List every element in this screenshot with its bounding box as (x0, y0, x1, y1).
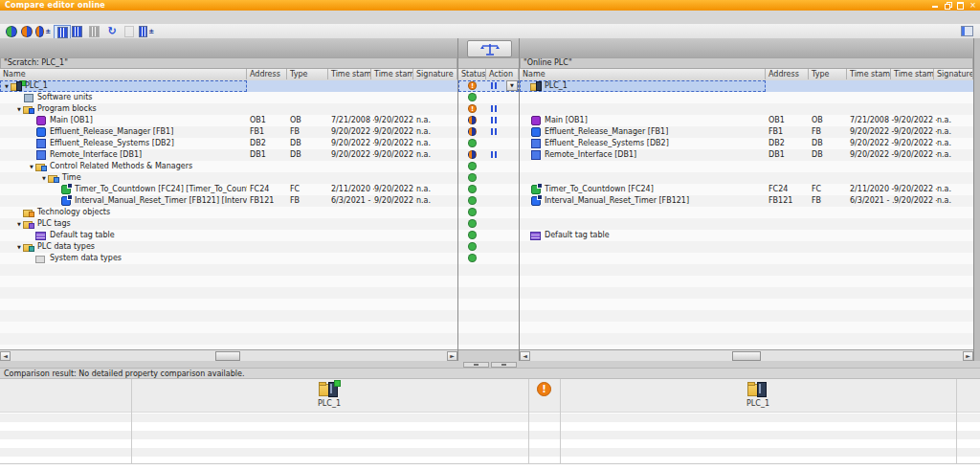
compare-area: "Scratch: PLC_1" NameAddressTypeTime sta… (0, 38, 980, 361)
table-row-offline[interactable]: ▼Time (0, 172, 457, 184)
table-row-online[interactable]: Effluent_Release_Systems [DB2]DB2DB9/20/… (520, 138, 973, 149)
menu-strip (0, 11, 980, 25)
cell-value (934, 172, 973, 184)
column-header-time-stamp-[interactable]: Time stamp... (891, 69, 934, 79)
table-row-online[interactable]: Remote_Interface [DB1]DB1DB9/20/2022 -..… (520, 149, 973, 161)
db-block-icon (530, 150, 543, 160)
table-row-offline[interactable]: Remote_Interface [DB1]DB1DB9/20/2022 -..… (0, 149, 457, 161)
table-row-online[interactable] (520, 103, 973, 115)
table-row-online[interactable]: Timer_To_Countdown [FC24]FC24FC2/11/2020… (520, 184, 973, 195)
overview-comparison-icon[interactable] (69, 25, 84, 37)
table-row-online[interactable] (520, 207, 973, 218)
cell-value (413, 80, 457, 92)
detect-assignment-icon[interactable] (86, 25, 101, 37)
scroll-handle[interactable] (215, 351, 240, 361)
no-action-icon (491, 151, 497, 158)
cell-value: FB (809, 195, 850, 207)
scroll-handle[interactable] (732, 351, 761, 361)
column-header-type[interactable]: Type (287, 69, 328, 79)
scroll-left-icon[interactable]: ◄ (0, 351, 11, 361)
name-cell: Main [OB1] (520, 115, 766, 126)
compare-scales-button[interactable] (467, 40, 512, 57)
expander-icon[interactable]: ▼ (15, 218, 23, 230)
column-header-action[interactable]: Action (486, 69, 519, 79)
export-icon[interactable] (122, 25, 137, 37)
cell-value (247, 80, 290, 92)
column-header-status[interactable]: Status (458, 69, 486, 79)
column-header-time-stamp-[interactable]: Time stamp... (371, 69, 413, 79)
cell-value: FB (287, 195, 331, 207)
fb-block-ver-icon (530, 196, 543, 206)
table-row-online[interactable]: Default tag table (520, 230, 973, 241)
cell-value: 7/21/2008 -... (847, 115, 894, 126)
action-dropdown-button[interactable]: ▼ (506, 80, 518, 91)
scroll-right-icon[interactable]: ► (963, 351, 973, 361)
status-equal-icon (468, 185, 477, 193)
table-row-online[interactable] (520, 161, 973, 172)
maximize-icon[interactable] (956, 1, 965, 10)
column-header-name[interactable]: Name (0, 69, 247, 79)
synchronize-icon[interactable]: ± (139, 25, 154, 37)
table-row-offline[interactable]: ▼Control Related Methods & Managers (0, 161, 457, 172)
table-row-online[interactable]: Interval_Manual_Reset_Timer [FB121]FB121… (520, 195, 973, 207)
expander-icon[interactable]: ▼ (40, 172, 48, 184)
table-row-offline[interactable]: Interval_Manual_Reset_Timer [FB121] [Int… (0, 195, 457, 207)
close-icon[interactable]: × (969, 1, 977, 10)
show-objects-with-differences-icon[interactable] (19, 25, 34, 37)
minimize-icon[interactable] (931, 1, 940, 10)
table-row-offline[interactable]: Main [OB1]OB1OB7/21/2008 -...9/20/2022 -… (0, 115, 457, 126)
column-header-signature[interactable]: Signature (934, 69, 973, 79)
table-row-online[interactable] (520, 218, 973, 230)
column-header-time-stamp-[interactable]: Time stamp... (847, 69, 891, 79)
column-header-type[interactable]: Type (809, 69, 847, 79)
column-header-signature[interactable]: Signature (413, 69, 457, 79)
cell-value (809, 80, 850, 92)
window-title: Compare editor online (0, 1, 105, 10)
cell-value (766, 172, 812, 184)
table-row-offline[interactable]: Default tag table (0, 230, 457, 241)
change-action-icon[interactable]: ± (35, 25, 51, 37)
cell-value: OB1 (766, 115, 812, 126)
table-row-online[interactable] (520, 241, 973, 253)
column-header-name[interactable]: Name (520, 69, 766, 79)
expander-icon[interactable]: ▼ (15, 103, 23, 115)
table-row-online[interactable] (520, 172, 973, 184)
table-row-online[interactable] (520, 92, 973, 103)
table-row-offline[interactable]: System data types (0, 253, 457, 264)
scroll-left-icon[interactable]: ◄ (520, 351, 530, 361)
cell-value (891, 207, 937, 218)
offline-device[interactable]: PLC_1 (301, 380, 358, 408)
scroll-right-icon[interactable]: ► (447, 351, 457, 361)
expander-icon[interactable]: ▼ (15, 241, 23, 253)
table-row-online[interactable]: Main [OB1]OB1OB7/21/2008 -...9/20/2022 -… (520, 115, 973, 126)
column-header-address[interactable]: Address (247, 69, 287, 79)
restore-icon[interactable] (944, 1, 952, 10)
data-types-folder-icon (23, 242, 35, 252)
table-row-online[interactable] (520, 253, 973, 264)
synchronize-view-icon[interactable] (959, 25, 974, 37)
table-row-offline[interactable]: Timer_To_Countdown [FC24] [Timer_To_Coun… (0, 184, 457, 195)
refresh-comparison-icon[interactable]: ↻ (104, 25, 120, 37)
column-header-time-stamp-[interactable]: Time stamp... (328, 69, 371, 79)
cell-value (413, 161, 457, 172)
table-row-online[interactable]: Effluent_Release_Manager [FB1]FB1FB9/20/… (520, 126, 973, 138)
table-row-offline[interactable]: Technology objects (0, 207, 457, 218)
table-row-offline[interactable]: Effluent_Release_Manager [FB1]FB1FB9/20/… (0, 126, 457, 138)
table-row-offline[interactable]: ▼Program blocks (0, 103, 457, 115)
bars-glyph (89, 26, 100, 37)
table-row-offline[interactable]: ▼PLC_1 (0, 80, 457, 92)
table-row-offline[interactable]: ▼PLC data types (0, 241, 457, 253)
no-action-icon (491, 105, 497, 112)
table-row-offline[interactable]: ▼PLC tags (0, 218, 457, 230)
table-row-offline[interactable]: Effluent_Release_Systems [DB2]DB2DB9/20/… (0, 138, 457, 149)
column-header-address[interactable]: Address (766, 69, 809, 79)
show-identical-and-different-objects-icon[interactable] (4, 25, 19, 37)
expander-icon[interactable]: ▼ (3, 80, 11, 92)
cell-value (809, 230, 850, 241)
cell-value: 9/20/2022 -... (847, 126, 894, 138)
status-row (458, 138, 519, 149)
table-row-online[interactable]: PLC_1 (520, 80, 973, 92)
expander-icon[interactable]: ▼ (28, 161, 35, 172)
online-device[interactable]: PLC_1 (729, 380, 787, 408)
table-row-offline[interactable]: Software units (0, 92, 457, 103)
